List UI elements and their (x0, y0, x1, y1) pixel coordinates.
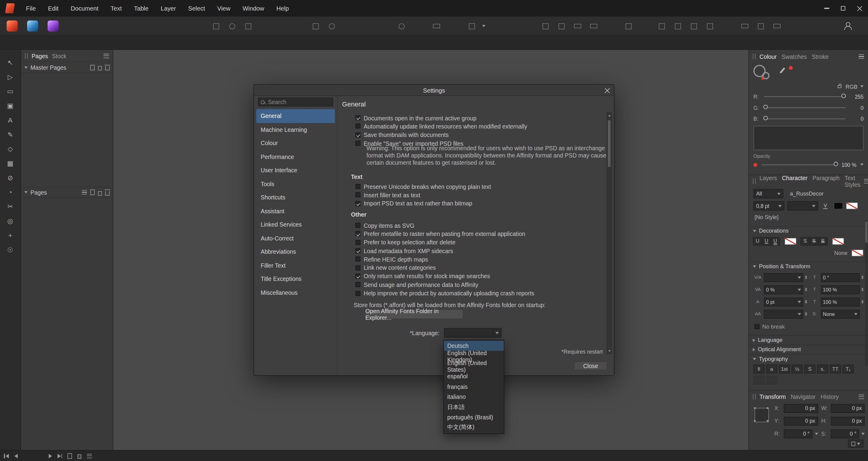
decorations-section-header[interactable]: Decorations (749, 226, 868, 234)
tool-icon[interactable]: ▷ (0, 70, 21, 84)
slider-track[interactable] (764, 118, 845, 119)
toolbar-button[interactable] (771, 21, 782, 32)
settings-option-row[interactable]: Copy items as SVG (338, 221, 605, 230)
toolbar-button[interactable] (466, 21, 477, 32)
typography-button[interactable]: T₁ (843, 365, 854, 374)
settings-category[interactable]: Assistant (256, 204, 335, 218)
settings-category[interactable]: Colour (256, 136, 335, 150)
next-page-icon[interactable] (49, 454, 52, 458)
panel-grip-icon[interactable] (753, 394, 755, 399)
colour-slider[interactable]: R: 255 (749, 91, 868, 102)
optical-alignment-section-header[interactable]: Optical Alignment (749, 345, 868, 352)
character-attribute-field[interactable]: V/A (753, 273, 807, 282)
tool-icon[interactable]: ◇ (0, 142, 21, 156)
language-option[interactable]: English (United States) (444, 361, 504, 371)
picked-colour-swatch[interactable] (788, 66, 792, 70)
language-option[interactable]: italiano (444, 392, 504, 402)
settings-category[interactable]: General (256, 109, 335, 123)
chevron-down-icon[interactable] (860, 85, 864, 87)
toolbar-button[interactable] (556, 21, 567, 32)
tool-icon[interactable]: ▣ (0, 99, 21, 113)
panel-tab[interactable]: Transform (760, 393, 786, 400)
settings-option-row[interactable]: Import PSD text as text rather than bitm… (338, 199, 605, 208)
toolbar-button[interactable] (210, 21, 221, 32)
strikethrough-button[interactable]: S (818, 237, 828, 245)
settings-category[interactable]: Title Exceptions (256, 272, 335, 286)
last-page-icon[interactable] (57, 454, 62, 458)
text-style-label[interactable]: [No Style] (754, 214, 862, 222)
lock-icon[interactable] (838, 85, 842, 88)
panel-tab[interactable]: Text Styles (844, 174, 861, 188)
panel-tab[interactable]: Swatches (781, 53, 807, 60)
colour-slider[interactable]: G: 0 (749, 103, 868, 113)
underline-colour-swatch[interactable] (784, 237, 797, 245)
master-pages-row[interactable]: Master Pages (21, 62, 113, 73)
checkbox[interactable] (355, 193, 361, 198)
menu-item[interactable]: Text (104, 0, 128, 17)
character-attribute-field[interactable]: T 100 % (810, 285, 864, 294)
toolbar-button[interactable] (688, 21, 699, 32)
settings-option-row[interactable]: Only return safe results for stock image… (338, 272, 605, 280)
spread-view-icon[interactable] (78, 454, 82, 459)
panel-tab[interactable]: Stroke (812, 53, 829, 60)
toolbar-button[interactable] (588, 21, 599, 32)
tool-icon[interactable]: ◔ (0, 185, 21, 199)
slider-knob[interactable] (764, 105, 768, 109)
settings-option-row[interactable]: Help improve the product by automaticall… (338, 289, 605, 297)
menu-item[interactable]: Help (270, 0, 295, 17)
panel-tab[interactable]: Character (782, 174, 807, 188)
checkbox[interactable] (355, 240, 361, 245)
pages-row[interactable]: Pages (21, 187, 113, 198)
decoration-style-value[interactable]: None (834, 250, 847, 256)
baseline-icon[interactable]: V (823, 203, 828, 209)
settings-scrollbar[interactable] (607, 113, 612, 354)
toolbar-button[interactable] (242, 21, 253, 32)
delete-page-icon[interactable] (105, 66, 110, 70)
no-break-checkbox[interactable] (754, 324, 760, 329)
strikethrough-button[interactable]: S (801, 237, 810, 245)
settings-option-row[interactable]: Preserve Unicode breaks when copying pla… (338, 182, 605, 191)
toolbar-button[interactable] (755, 21, 766, 32)
toolbar-button[interactable] (310, 21, 321, 32)
typography-button[interactable]: ½ (792, 365, 803, 374)
settings-category[interactable]: Auto-Correct (256, 231, 335, 245)
settings-category[interactable]: Performance (256, 150, 335, 164)
typography-button[interactable]: a (766, 365, 777, 374)
settings-option-row[interactable]: Insert filler text as text (338, 191, 605, 199)
view-mode-icon[interactable] (82, 190, 87, 195)
transform-field[interactable]: S: 0 ° (821, 429, 865, 438)
font-name-label[interactable]: a_RussDecor (790, 191, 824, 197)
panel-grip-icon[interactable] (25, 53, 28, 58)
settings-search[interactable] (258, 97, 333, 106)
checkbox[interactable] (355, 257, 361, 262)
language-option[interactable]: 中文(简体) (444, 422, 504, 433)
delete-page-icon[interactable] (105, 191, 110, 196)
chevron-down-icon[interactable] (861, 433, 865, 435)
tool-icon[interactable]: ▦ (0, 156, 21, 171)
toolbar-button[interactable] (623, 21, 634, 32)
single-page-view-icon[interactable] (67, 453, 72, 459)
slider-track[interactable] (764, 107, 845, 108)
menu-item[interactable]: File (20, 0, 42, 17)
slider-knob[interactable] (764, 116, 768, 120)
character-attribute-field[interactable]: T 100 % (810, 297, 864, 306)
panel-tab[interactable]: Navigator (791, 393, 816, 400)
colour-slider[interactable]: B: 0 (749, 114, 868, 124)
checkbox[interactable] (355, 141, 361, 146)
maximize-button[interactable] (835, 0, 851, 17)
settings-category[interactable]: Abbreviations (256, 245, 335, 259)
checkbox[interactable] (355, 231, 361, 236)
panel-tab[interactable]: Colour (760, 53, 777, 60)
no-colour-swatch[interactable] (846, 202, 858, 209)
toolbar-button[interactable] (431, 21, 442, 32)
designer-persona-icon[interactable] (27, 20, 38, 31)
font-collection-dropdown[interactable]: All (753, 189, 783, 198)
panel-menu-icon[interactable] (103, 53, 109, 58)
toolbar-button[interactable] (672, 21, 683, 32)
colour-preview-box[interactable] (753, 126, 864, 150)
photo-persona-icon[interactable] (48, 20, 59, 31)
checkbox[interactable] (355, 201, 361, 206)
settings-option-row[interactable]: Link new content categories (338, 263, 605, 272)
settings-category[interactable]: User Interface (256, 164, 335, 177)
language-dropdown[interactable] (444, 328, 501, 337)
